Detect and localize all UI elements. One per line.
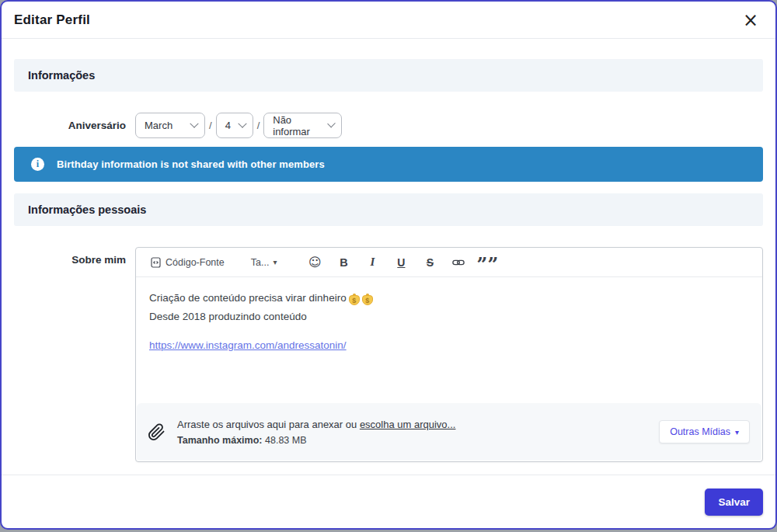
italic-button[interactable]: I <box>362 252 382 272</box>
chevron-down-icon <box>327 119 336 127</box>
caret-down-icon: ▾ <box>273 258 277 266</box>
content-line-1-text: Criação de conteúdo precisa virar dinhei… <box>149 292 347 304</box>
bold-button[interactable]: B <box>333 253 354 272</box>
modal-body: Informações Aniversário March / 4 / Não … <box>2 39 775 462</box>
drag-text: Arraste os arquivos aqui para anexar ou <box>177 419 357 430</box>
date-separator: / <box>209 120 212 131</box>
drag-drop-text: Arraste os arquivos aqui para anexar ou … <box>177 419 659 430</box>
section-header-informacoes: Informações <box>14 59 763 92</box>
rich-text-editor: Código-Fonte Ta... ▾ ☺ B I U S <box>135 247 763 462</box>
quote-icon: ” <box>487 261 498 269</box>
font-size-dropdown[interactable]: Ta... ▾ <box>247 254 281 271</box>
max-size-text: Tamanho máximo: 48.83 MB <box>177 435 659 446</box>
choose-file-link[interactable]: escolha um arquivo... <box>360 419 456 430</box>
link-button[interactable] <box>448 256 469 269</box>
birthday-month-select[interactable]: March <box>135 113 205 138</box>
format-buttons: ☺ B I U S ”” <box>296 252 497 273</box>
info-icon: i <box>31 158 44 171</box>
modal-title: Editar Perfil <box>14 12 90 28</box>
birthday-row: Aniversário March / 4 / Não informar <box>14 113 763 138</box>
modal-footer: Salvar <box>2 475 775 528</box>
save-button[interactable]: Salvar <box>705 489 763 516</box>
link-icon <box>452 259 465 266</box>
source-code-button[interactable]: Código-Fonte <box>147 254 228 271</box>
section-title: Informações <box>28 69 95 82</box>
max-size-value: 48.83 MB <box>265 435 307 446</box>
source-code-icon <box>151 257 161 268</box>
money-bag-emoji: $ <box>362 295 373 305</box>
emoji-button[interactable]: ☺ <box>305 252 325 273</box>
other-media-label: Outras Mídias <box>670 426 730 437</box>
blank-line <box>149 325 749 336</box>
max-size-label: Tamanho máximo: <box>177 435 263 446</box>
birthday-year-select[interactable]: Não informar <box>263 113 342 138</box>
other-media-button[interactable]: Outras Mídias ▾ <box>659 420 750 443</box>
about-me-label: Sobre mim <box>14 247 126 266</box>
chevron-down-icon <box>190 119 198 127</box>
blockquote-button[interactable]: ”” <box>477 253 497 272</box>
source-code-label: Código-Fonte <box>166 257 225 268</box>
attachment-dropzone[interactable]: Arraste os arquivos aqui para anexar ou … <box>137 403 761 461</box>
birthday-month-value: March <box>145 120 172 131</box>
birthday-label: Aniversário <box>14 113 126 131</box>
chevron-down-icon <box>238 119 246 127</box>
content-line-2: Desde 2018 produzindo conteúdo <box>149 308 749 326</box>
modal-header: Editar Perfil × <box>2 2 775 39</box>
about-me-row: Sobre mim Código-Fonte Ta... ▾ <box>14 247 763 462</box>
about-me-textarea[interactable]: Criação de conteúdo precisa virar dinhei… <box>136 277 762 403</box>
strikethrough-button[interactable]: S <box>420 253 440 272</box>
birthday-year-value: Não informar <box>273 114 322 137</box>
quote-icon: ” <box>477 261 488 269</box>
edit-profile-modal: Editar Perfil × Informações Aniversário … <box>0 0 777 530</box>
instagram-link[interactable]: https://www.instagram.com/andressatonin/ <box>149 339 347 351</box>
section-header-informacoes-pessoais: Informações pessoais <box>14 193 763 226</box>
banner-text: Birthday information is not shared with … <box>57 158 325 170</box>
paperclip-icon <box>148 423 168 441</box>
underline-button[interactable]: U <box>391 253 411 272</box>
birthday-controls: March / 4 / Não informar <box>135 113 342 138</box>
date-separator: / <box>257 120 260 131</box>
caret-down-icon: ▾ <box>735 428 739 436</box>
content-line-1: Criação de conteúdo precisa virar dinhei… <box>149 289 749 308</box>
birthday-day-value: 4 <box>225 120 231 131</box>
editor-toolbar: Código-Fonte Ta... ▾ ☺ B I U S <box>136 248 762 277</box>
font-size-label: Ta... <box>251 257 270 268</box>
smiley-icon: ☺ <box>308 255 322 269</box>
birthday-info-banner: i Birthday information is not shared wit… <box>14 147 763 182</box>
close-icon[interactable]: × <box>738 9 763 31</box>
birthday-day-select[interactable]: 4 <box>216 113 253 138</box>
money-bag-emoji: $ <box>349 295 360 305</box>
attachment-texts: Arraste os arquivos aqui para anexar ou … <box>177 419 659 446</box>
section-title: Informações pessoais <box>28 203 146 216</box>
